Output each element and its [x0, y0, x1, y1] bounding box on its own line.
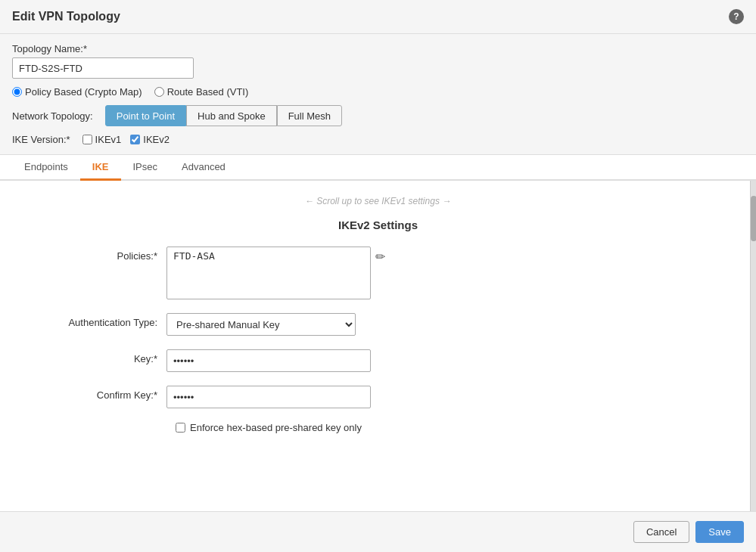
policies-row: Policies:* FTD-ASA ✏: [30, 247, 726, 299]
auth-type-label: Authentication Type:: [30, 313, 166, 328]
confirm-key-input[interactable]: [166, 386, 371, 408]
radio-route-based-label: Route Based (VTI): [167, 86, 249, 98]
ikev2-checkbox[interactable]: [130, 135, 140, 144]
auth-type-select[interactable]: Pre-shared Manual Key Certificate Pre-sh…: [166, 313, 356, 336]
top-section: Topology Name:* Policy Based (Crypto Map…: [0, 34, 756, 155]
radio-policy-based-label: Policy Based (Crypto Map): [25, 86, 142, 98]
auth-type-row: Authentication Type: Pre-shared Manual K…: [30, 313, 726, 336]
confirm-key-row: Confirm Key:*: [30, 386, 726, 408]
ikev2-settings-title: IKEv2 Settings: [30, 219, 726, 231]
ikev1-label: IKEv1: [95, 134, 122, 145]
tab-ipsec[interactable]: IPsec: [121, 155, 170, 181]
key-input[interactable]: [166, 349, 371, 372]
help-icon[interactable]: ?: [729, 9, 744, 24]
policies-textarea[interactable]: FTD-ASA: [166, 247, 371, 299]
ikev1-checkbox[interactable]: [82, 135, 92, 144]
enforce-hex-checkbox[interactable]: [176, 423, 185, 433]
save-button[interactable]: Save: [695, 521, 744, 543]
key-control: [166, 349, 424, 372]
ike-version-label: IKE Version:*: [12, 134, 70, 145]
key-label: Key:*: [30, 349, 166, 364]
edit-icon[interactable]: ✏: [375, 250, 385, 264]
scrollbar[interactable]: [750, 181, 756, 511]
topology-name-input[interactable]: [12, 57, 194, 79]
ike-version-row: IKE Version:* IKEv1 IKEv2: [12, 134, 744, 145]
policies-label: Policies:*: [30, 247, 166, 262]
content-area: ← Scroll up to see IKEv1 settings → IKEv…: [0, 181, 756, 462]
auth-type-control: Pre-shared Manual Key Certificate Pre-sh…: [166, 313, 424, 336]
dialog-footer: Cancel Save: [0, 511, 756, 552]
scroll-hint: ← Scroll up to see IKEv1 settings →: [30, 196, 726, 206]
dialog-title: Edit VPN Topology: [12, 10, 120, 23]
radio-route-based[interactable]: Route Based (VTI): [154, 86, 249, 98]
scrollbar-thumb[interactable]: [751, 196, 756, 241]
tab-endpoints[interactable]: Endpoints: [12, 155, 80, 181]
main-content-wrapper: ← Scroll up to see IKEv1 settings → IKEv…: [0, 181, 756, 511]
topology-name-label: Topology Name:*: [12, 43, 744, 54]
policies-control: FTD-ASA ✏: [166, 247, 424, 299]
ikev1-checkbox-item[interactable]: IKEv1: [82, 134, 122, 145]
enforce-hex-label: Enforce hex-based pre-shared key only: [190, 422, 362, 433]
tab-ike[interactable]: IKE: [80, 155, 121, 181]
ikev2-label: IKEv2: [143, 134, 170, 145]
topology-full-mesh-btn[interactable]: Full Mesh: [277, 105, 342, 126]
tab-advanced[interactable]: Advanced: [170, 155, 238, 181]
radio-policy-based[interactable]: Policy Based (Crypto Map): [12, 86, 142, 98]
topology-name-section: Topology Name:*: [12, 43, 744, 79]
topology-hub-spoke-btn[interactable]: Hub and Spoke: [186, 105, 277, 126]
ikev2-checkbox-item[interactable]: IKEv2: [130, 134, 170, 145]
confirm-key-label: Confirm Key:*: [30, 386, 166, 401]
edit-vpn-topology-dialog: Edit VPN Topology ? Topology Name:* Poli…: [0, 0, 756, 552]
network-topology-row: Network Topology: Point to Point Hub and…: [12, 105, 744, 126]
network-topology-label: Network Topology:: [12, 110, 93, 122]
confirm-key-control: [166, 386, 424, 408]
key-row: Key:*: [30, 349, 726, 372]
dialog-header: Edit VPN Topology ?: [0, 0, 756, 34]
vpn-type-group: Policy Based (Crypto Map) Route Based (V…: [12, 86, 744, 98]
topology-point-to-point-btn[interactable]: Point to Point: [105, 105, 186, 126]
topology-buttons: Point to Point Hub and Spoke Full Mesh: [105, 105, 342, 126]
enforce-hex-row: Enforce hex-based pre-shared key only: [176, 422, 726, 433]
tabs-bar: Endpoints IKE IPsec Advanced: [0, 155, 756, 181]
cancel-button[interactable]: Cancel: [633, 521, 689, 543]
